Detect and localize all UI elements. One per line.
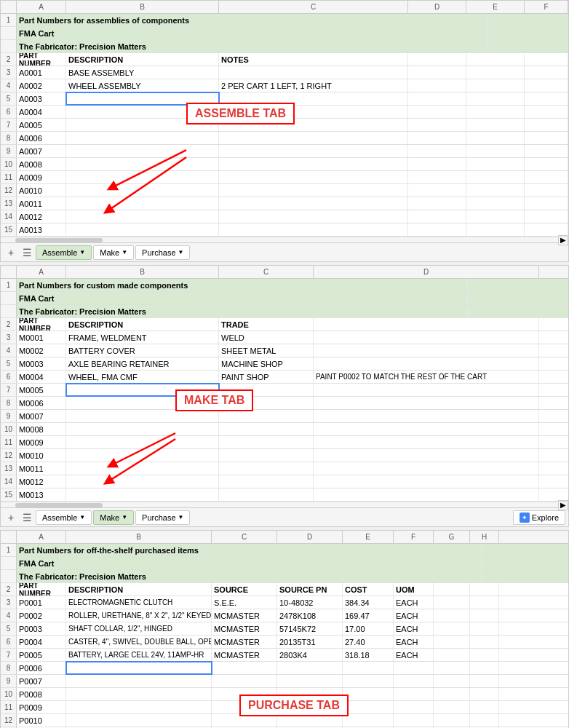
table-row: 6M0004WHEEL, FMA CMFPAINT SHOPPAINT P000…: [1, 371, 568, 384]
make-col-part: PARTNUMBER: [17, 318, 66, 331]
table-row: 3M0001FRAME, WELDMENTWELD: [1, 331, 568, 344]
tab-assemble-make-section[interactable]: Assemble ▼: [36, 510, 92, 525]
assemble-header-row: 2 PARTNUMBER DESCRIPTION NOTES: [1, 53, 568, 66]
make-col-headers: A B C D: [1, 266, 568, 279]
purchase-col-sourcepn: SOURCE PN: [277, 583, 343, 596]
table-row: 12P0010: [1, 714, 568, 727]
assemble-title-row2: FMA Cart: [1, 27, 568, 40]
table-row: 7 P0005 BATTERY, LARGE CELL 24V, 11AMP-H…: [1, 649, 568, 662]
col-header-f: F: [525, 1, 568, 13]
col-header-b: B: [66, 266, 219, 278]
table-row: 5 A0003: [1, 92, 568, 106]
table-row: 12M0010: [1, 449, 568, 462]
table-row: 8M0006: [1, 397, 568, 410]
col-header-num: [1, 266, 17, 278]
purchase-col-part: PARTNUMBER: [17, 583, 66, 596]
table-row: 11P0009: [1, 701, 568, 714]
make-tab-right: ✦ Explore: [513, 510, 565, 525]
assemble-section: A B C D E F G 1 Part Numbers for assembl…: [0, 0, 569, 262]
table-row: 7 M0005: [1, 384, 568, 397]
col-header-h: H: [470, 531, 499, 543]
make-title2: FMA Cart: [17, 292, 468, 304]
table-row: 4M0002BATTERY COVERSHEET METAL: [1, 344, 568, 357]
tab-make-make-section[interactable]: Make ▼: [93, 510, 134, 525]
make-header-row: 2 PARTNUMBER DESCRIPTION TRADE: [1, 318, 568, 331]
sheet-list-icon[interactable]: ☰: [20, 245, 34, 260]
col-header-g: G: [434, 531, 470, 543]
col-header-e: E: [466, 1, 525, 13]
purchase-col-cost: COST: [343, 583, 394, 596]
purchase-title-row2: FMA Cart: [1, 557, 568, 570]
assemble-title-row1: 1 Part Numbers for assemblies of compone…: [1, 14, 568, 27]
make-title-row1: 1 Part Numbers for custom made component…: [1, 279, 568, 292]
table-row: 11M0009: [1, 436, 568, 449]
tab-purchase-make-section[interactable]: Purchase ▼: [135, 510, 190, 525]
sheet-list-icon-make[interactable]: ☰: [20, 510, 34, 525]
table-row: 6A0004: [1, 106, 568, 119]
assemble-col-notes: NOTES: [219, 53, 408, 66]
tab-assemble[interactable]: Assemble ▼: [36, 245, 92, 260]
assemble-col-headers: A B C D E F G: [1, 1, 568, 14]
col-header-d: D: [314, 266, 539, 278]
col-header-a: A: [17, 1, 66, 13]
table-row: 3 P0001 ELECTROMAGNETIC CLUTCH S.E.E. 10…: [1, 596, 568, 609]
table-row: 8 P0006: [1, 662, 568, 675]
add-sheet-icon-make[interactable]: +: [4, 510, 18, 525]
table-row: 4 P0002 ROLLER, URETHANE, 8" X 2", 1/2" …: [1, 609, 568, 622]
table-row: 15A0013: [1, 223, 568, 237]
assemble-title3: The Fabricator: Precision Matters: [17, 40, 488, 52]
tab-purchase-label: Purchase: [142, 248, 175, 257]
col-header-d: D: [408, 1, 466, 13]
table-row: 11A0009: [1, 171, 568, 184]
col-header-a: A: [17, 266, 66, 278]
purchase-data-area: PURCHASE TAB 3 P0001 ELECTROMAGNETIC CLU…: [1, 596, 568, 728]
table-row: 5 P0003 SHAFT COLLAR, 1/2", HINGED MCMAS…: [1, 622, 568, 636]
make-scrollbar-thumb[interactable]: [15, 503, 103, 507]
table-row: 9A0007: [1, 145, 568, 158]
table-row: 5M0003AXLE BEARING RETAINERMACHINE SHOP: [1, 357, 568, 371]
col-header-b: B: [66, 531, 212, 543]
col-header-a: A: [17, 531, 66, 543]
assemble-data-area: ASSEMBLE TAB 3 A0001 BASE ASSEMBLY 4 A00…: [1, 66, 568, 237]
purchase-col-source: SOURCE: [212, 583, 277, 596]
purchase-title3: The Fabricator: Precision Matters: [17, 570, 482, 582]
assemble-tab-bar: + ☰ Assemble ▼ Make ▼ Purchase ▼: [1, 242, 568, 261]
explore-button-make[interactable]: ✦ Explore: [513, 510, 565, 525]
make-col-trade: TRADE: [219, 318, 314, 331]
tab-purchase-label: Purchase: [142, 513, 175, 522]
make-title3: The Fabricator: Precision Matters: [17, 305, 468, 317]
tab-purchase[interactable]: Purchase ▼: [135, 245, 190, 260]
add-sheet-icon[interactable]: +: [4, 245, 18, 260]
table-row: 3 A0001 BASE ASSEMBLY: [1, 66, 568, 79]
purchase-col-uom: UOM: [394, 583, 434, 596]
tab-make-label: Make: [100, 513, 119, 522]
table-row: 4 A0002 WHEEL ASSEMBLY 2 PER CART 1 LEFT…: [1, 79, 568, 92]
table-row: 13M0011: [1, 462, 568, 475]
assemble-title-row3: The Fabricator: Precision Matters: [1, 40, 568, 53]
make-title-row2: FMA Cart: [1, 292, 568, 305]
assemble-title2: FMA Cart: [17, 27, 488, 39]
table-row: 7A0005: [1, 119, 568, 132]
col-header-e: E: [343, 531, 394, 543]
explore-icon-make: ✦: [520, 513, 530, 523]
assemble-scrollbar[interactable]: ▶: [1, 237, 568, 242]
col-header-b: B: [66, 1, 219, 13]
purchase-title-row1: 1 Part Numbers for off-the-shelf purchas…: [1, 544, 568, 557]
purchase-title-row3: The Fabricator: Precision Matters: [1, 570, 568, 583]
tab-make[interactable]: Make ▼: [93, 245, 134, 260]
assemble-scrollbar-thumb[interactable]: [15, 238, 103, 242]
make-scrollbar[interactable]: ▶: [1, 502, 568, 507]
col-header-num: [1, 1, 17, 13]
table-row: 15M0013: [1, 488, 568, 502]
table-row: 14M0012: [1, 475, 568, 488]
table-row: 14A0012: [1, 210, 568, 223]
table-row: 10M0008: [1, 423, 568, 436]
explore-label-make: Explore: [532, 513, 559, 522]
tab-purchase-chevron: ▼: [178, 249, 184, 256]
tab-make-label: Make: [100, 248, 119, 257]
purchase-section: A B C D E F G H 1 Part Numbers for off-t…: [0, 530, 569, 728]
purchase-col-headers: A B C D E F G H: [1, 531, 568, 544]
col-header-d: D: [277, 531, 343, 543]
table-row: 12A0010: [1, 184, 568, 197]
col-header-c: C: [219, 1, 408, 13]
